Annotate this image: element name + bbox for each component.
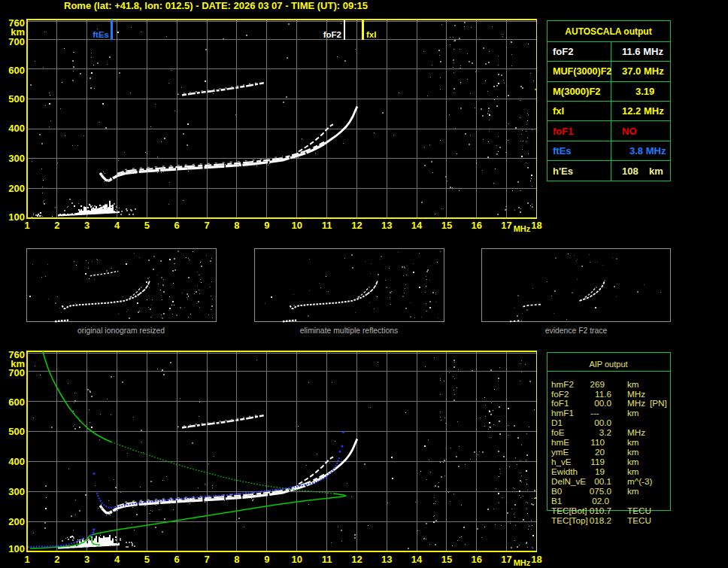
svg-text:ymE: ymE	[551, 447, 569, 457]
svg-text:11.6: 11.6	[595, 389, 611, 399]
svg-text:075.0: 075.0	[590, 486, 612, 496]
svg-text:Ewidth: Ewidth	[551, 466, 578, 476]
svg-text:18: 18	[531, 554, 541, 565]
svg-text:1: 1	[24, 554, 29, 565]
svg-text:13: 13	[381, 554, 392, 565]
svg-text:010.7: 010.7	[590, 506, 611, 515]
svg-text:3: 3	[84, 554, 89, 565]
svg-text:TECU: TECU	[627, 515, 651, 525]
svg-text:1: 1	[24, 220, 29, 231]
svg-text:200: 200	[8, 516, 25, 527]
svg-text:6: 6	[174, 554, 180, 565]
svg-text:km: km	[627, 486, 639, 496]
svg-text:00.0: 00.0	[594, 398, 611, 408]
svg-text:14: 14	[411, 220, 423, 231]
svg-text:119: 119	[590, 457, 605, 466]
svg-text:19: 19	[595, 466, 605, 476]
svg-text:AIP output: AIP output	[589, 360, 627, 369]
svg-text:km: km	[627, 437, 639, 447]
svg-text:00.0: 00.0	[594, 418, 611, 427]
svg-text:ftEs: ftEs	[93, 30, 109, 39]
svg-text:300: 300	[8, 153, 25, 164]
svg-text:8: 8	[234, 220, 239, 231]
svg-text:km: km	[627, 447, 639, 457]
svg-text:500: 500	[8, 426, 25, 437]
svg-text:MUF(3000)F2: MUF(3000)F2	[553, 66, 611, 77]
svg-text:018.2: 018.2	[590, 515, 611, 525]
svg-text:h_vE: h_vE	[551, 457, 572, 466]
svg-text:MHz: MHz	[627, 398, 645, 408]
svg-text:269: 269	[590, 379, 605, 389]
svg-text:MHz: MHz	[514, 558, 531, 567]
svg-text:7: 7	[204, 220, 209, 231]
svg-text:4: 4	[114, 220, 120, 231]
svg-text:600: 600	[8, 65, 25, 76]
svg-text:8: 8	[234, 554, 239, 565]
svg-text:eliminate multiple reflections: eliminate multiple reflections	[300, 327, 399, 335]
svg-text:6: 6	[174, 220, 180, 231]
svg-text:400: 400	[8, 456, 25, 467]
svg-text:2: 2	[54, 554, 59, 565]
svg-text:h'Es: h'Es	[553, 166, 573, 177]
svg-text:foE: foE	[551, 427, 565, 437]
svg-text:14: 14	[411, 554, 423, 565]
svg-text:16: 16	[472, 220, 482, 231]
svg-text:500: 500	[8, 93, 25, 105]
svg-text:12: 12	[351, 220, 362, 231]
svg-text:km: km	[627, 408, 639, 418]
svg-text:15: 15	[441, 220, 452, 231]
svg-text:3.19: 3.19	[635, 86, 654, 97]
svg-text:ftEs: ftEs	[553, 145, 572, 156]
svg-text:TEC[Bot]: TEC[Bot]	[551, 506, 587, 515]
svg-text:hmE: hmE	[551, 437, 569, 447]
svg-text:km: km	[627, 457, 639, 466]
svg-text:Rome (lat: +41.8, lon: 012.5): Rome (lat: +41.8, lon: 012.5) - DATE: 20…	[64, 0, 368, 11]
svg-text:100: 100	[8, 211, 25, 223]
svg-text:5: 5	[144, 554, 150, 565]
svg-text:9: 9	[264, 220, 269, 231]
svg-text:7: 7	[204, 554, 209, 565]
svg-text:12.2 MHz: 12.2 MHz	[622, 105, 664, 117]
svg-text:2: 2	[54, 220, 59, 231]
svg-text:B0: B0	[551, 486, 563, 496]
svg-text:B1: B1	[551, 496, 562, 506]
svg-text:15: 15	[441, 554, 452, 565]
svg-text:3.2: 3.2	[599, 427, 611, 437]
svg-text:02.0: 02.0	[592, 496, 609, 506]
svg-text:11: 11	[322, 220, 332, 231]
svg-text:16: 16	[472, 554, 482, 565]
svg-text:MHz: MHz	[627, 389, 645, 399]
svg-text:MHz: MHz	[627, 427, 645, 437]
svg-text:700: 700	[8, 36, 25, 47]
svg-text:108: 108	[622, 166, 639, 177]
svg-text:MHz: MHz	[514, 224, 531, 233]
svg-text:original ionogram resized: original ionogram resized	[77, 327, 165, 335]
svg-text:700: 700	[8, 367, 25, 378]
svg-text:00.1: 00.1	[594, 476, 611, 486]
svg-text:foF1: foF1	[553, 126, 573, 137]
svg-text:foF2: foF2	[553, 46, 573, 57]
svg-text:3: 3	[84, 220, 89, 231]
svg-text:TEC[Top]: TEC[Top]	[551, 515, 588, 525]
svg-text:11.6 MHz: 11.6 MHz	[622, 46, 663, 57]
svg-text:TECU: TECU	[627, 506, 651, 515]
svg-text:13: 13	[381, 220, 392, 231]
svg-text:20: 20	[595, 447, 605, 457]
svg-text:km: km	[649, 166, 663, 177]
svg-text:m^(-3): m^(-3)	[627, 476, 653, 486]
svg-text:M(3000)F2: M(3000)F2	[553, 86, 601, 97]
svg-text:5: 5	[144, 220, 150, 231]
svg-text:200: 200	[8, 183, 25, 194]
svg-text:hmF1: hmF1	[551, 408, 574, 418]
svg-text:foF1: foF1	[551, 398, 569, 408]
svg-text:110: 110	[590, 437, 605, 447]
svg-text:evidence F2 trace: evidence F2 trace	[545, 327, 608, 335]
svg-text:9: 9	[264, 554, 269, 565]
svg-text:12: 12	[351, 554, 362, 565]
svg-text:300: 300	[8, 486, 25, 497]
svg-text:18: 18	[531, 220, 541, 231]
svg-text:NO: NO	[622, 126, 637, 137]
svg-text:foF2: foF2	[323, 30, 341, 39]
svg-text:[PN]: [PN]	[650, 398, 667, 408]
svg-text:---: ---	[590, 408, 599, 418]
